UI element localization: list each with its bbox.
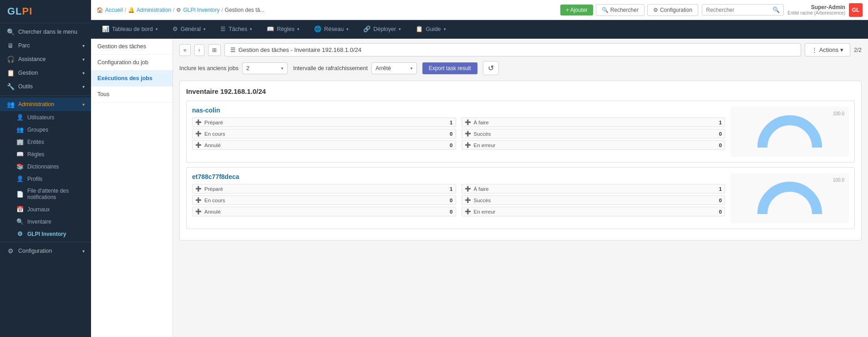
- tab-label: Tableau de bord: [112, 26, 153, 32]
- chevron-down-icon: ▾: [82, 71, 85, 76]
- sidebar-sub-label: File d'attente des notifications: [27, 188, 85, 200]
- plus-icon: ➕: [195, 142, 202, 148]
- guide-icon: 📋: [416, 26, 423, 32]
- search-input[interactable]: [706, 7, 771, 13]
- stat-label: À faire: [474, 120, 717, 125]
- config-icon: ⚙: [6, 247, 15, 255]
- stat-value: 0: [719, 131, 722, 137]
- actions-button[interactable]: ⋮ Actions ▾: [805, 43, 851, 56]
- tab-guide[interactable]: 📋 Guide ▾: [408, 20, 453, 39]
- tab-taches[interactable]: ☰ Tâches ▾: [213, 20, 259, 39]
- breadcrumb-administration[interactable]: Administration: [137, 7, 171, 13]
- tab-label: Général: [181, 26, 201, 32]
- interval-select[interactable]: Arrêté 5s 10s 30s 1m: [371, 62, 417, 74]
- tab-label: Guide: [426, 26, 441, 32]
- stat-erreur: ➕ En erreur 0: [462, 207, 726, 216]
- sidebar-item-parc[interactable]: 🖥 Parc ▾: [0, 39, 91, 52]
- breadcrumb-accueil[interactable]: Accueil: [105, 7, 123, 13]
- inventory-section: Inventaire 192.168.1.0/24 nas-colin ➕ Pr…: [179, 81, 862, 240]
- sidebar-item-configuration[interactable]: ⚙ Configuration ▾: [0, 244, 91, 258]
- sidebar-item-assistance[interactable]: 🎧 Assistance ▾: [0, 52, 91, 66]
- sub-sidebar-gestion-taches[interactable]: Gestion des tâches: [91, 39, 173, 55]
- stat-label: Préparé: [204, 120, 448, 125]
- topbar: 🏠 Accueil / 🔔 Administration / ⚙ GLPI In…: [91, 0, 868, 20]
- sidebar-sub-groupes[interactable]: 👥 Groupes: [0, 123, 91, 136]
- sub-sidebar-configuration-job[interactable]: Configuration du job: [91, 55, 173, 71]
- sidebar-item-chercher[interactable]: 🔍 Chercher dans le menu: [0, 25, 91, 39]
- sidebar-sub-entites[interactable]: 🏢 Entités: [0, 136, 91, 148]
- tab-deployer[interactable]: 🔗 Déployer ▾: [356, 20, 408, 39]
- sidebar-item-gestion[interactable]: 📋 Gestion ▾: [0, 66, 91, 80]
- user-avatar[interactable]: GL: [849, 3, 863, 17]
- include-select[interactable]: 2 1 3 5 10: [242, 62, 288, 74]
- breadcrumb-glpi-inventory[interactable]: GLPI Inventory: [183, 7, 219, 13]
- tab-tableau-de-bord[interactable]: 📊 Tableau de bord ▾: [95, 20, 165, 39]
- plus-icon: ➕: [465, 186, 471, 192]
- donut-chart: [753, 178, 826, 219]
- rechercher-button[interactable]: 🔍 Rechercher: [596, 4, 645, 16]
- sub-sidebar-tous[interactable]: Tous: [91, 87, 173, 102]
- tab-general[interactable]: ⚙ Général ▾: [165, 20, 213, 39]
- stat-annule: ➕ Annulé 0: [192, 207, 456, 216]
- actions-label: Actions: [819, 46, 839, 53]
- toolbar-title-text: Gestion des tâches - Inventaire 192.168.…: [239, 46, 361, 53]
- sidebar-sub-inventaire[interactable]: 🔍 Inventaire: [0, 215, 91, 228]
- sidebar-sub-label: Règles: [27, 151, 44, 158]
- divider2: [0, 242, 91, 242]
- reseau-icon: 🌐: [314, 26, 321, 32]
- sidebar-sub-dictionnaires[interactable]: 📚 Dictionnaires: [0, 160, 91, 173]
- stat-value: 1: [719, 120, 722, 125]
- chevron-down-icon: ▾: [82, 102, 85, 107]
- sidebar-sub-file-attente[interactable]: 📄 File d'attente des notifications: [0, 185, 91, 203]
- device-name[interactable]: et788c77f8deca: [192, 173, 725, 180]
- nav-back-double[interactable]: «: [179, 44, 191, 56]
- pagination: 2/2: [854, 47, 862, 53]
- sub-sidebar-executions-jobs[interactable]: Exécutions des jobs: [91, 71, 173, 87]
- chevron-down-icon: ▾: [840, 46, 843, 53]
- entite-icon: 🏢: [16, 138, 24, 145]
- include-jobs-group: Inclure les anciens jobs 2 1 3 5 10: [179, 62, 288, 74]
- file-icon: 📄: [16, 191, 24, 198]
- add-button[interactable]: + Ajouter: [560, 5, 593, 15]
- sidebar-sub-profils[interactable]: 👤 Profils: [0, 173, 91, 185]
- sidebar-item-administration[interactable]: 👥 Administration ▾: [0, 97, 91, 111]
- sidebar-sub-utilisateurs[interactable]: 👤 Utilisateurs: [0, 111, 91, 123]
- nav-grid[interactable]: ⊞: [208, 44, 221, 56]
- plus-icon: ➕: [465, 119, 471, 125]
- export-button[interactable]: Export task result: [422, 62, 477, 74]
- device-name[interactable]: nas-colin: [192, 107, 725, 114]
- interval-group: Intervalle de rafraîchissement Arrêté 5s…: [293, 62, 417, 74]
- admin-icon: 👥: [6, 101, 15, 108]
- rechercher-label: Rechercher: [610, 7, 639, 13]
- breadcrumb-sep: /: [125, 7, 126, 13]
- stat-label: Succès: [474, 131, 717, 137]
- sidebar-sub-regles[interactable]: 📖 Règles: [0, 148, 91, 160]
- sidebar-sub-journaux[interactable]: 📅 Journaux: [0, 203, 91, 215]
- sidebar-item-outils[interactable]: 🔧 Outils ▾: [0, 80, 91, 93]
- topbar-actions: + Ajouter 🔍 Rechercher ⚙ Configuration: [560, 4, 698, 16]
- chevron-down-icon: ▾: [82, 249, 85, 254]
- stat-label: Préparé: [204, 186, 448, 192]
- inventory-title: Inventaire 192.168.1.0/24: [186, 87, 855, 95]
- stat-value: 1: [450, 186, 452, 192]
- sidebar-sub-glpi-inventory[interactable]: ⚙ GLPI Inventory: [0, 228, 91, 240]
- configuration-button[interactable]: ⚙ Configuration: [647, 4, 698, 16]
- sidebar-sub-label: Profils: [27, 176, 42, 182]
- include-select-wrapper: 2 1 3 5 10: [242, 62, 288, 74]
- refresh-button[interactable]: ↺: [483, 61, 499, 75]
- nav-back[interactable]: ‹: [194, 44, 204, 56]
- tab-reseau[interactable]: 🌐 Réseau ▾: [307, 20, 356, 39]
- tab-regles[interactable]: 📖 Règles ▾: [259, 20, 307, 39]
- list-icon: ☰: [230, 46, 236, 53]
- stat-label: En cours: [204, 198, 448, 203]
- config-icon: ⚙: [653, 7, 658, 13]
- outils-icon: 🔧: [6, 83, 15, 90]
- breadcrumb-admin-icon: 🔔: [128, 7, 135, 13]
- chevron-down-icon: ▾: [82, 84, 85, 89]
- sidebar-sub-label: Journaux: [27, 206, 50, 213]
- tab-label: Réseau: [324, 26, 344, 32]
- stat-value: 0: [450, 198, 452, 203]
- chart-label: 100.0: [833, 111, 844, 116]
- sidebar-item-label: Gestion: [18, 70, 38, 76]
- nav-tabs-bar: 📊 Tableau de bord ▾ ⚙ Général ▾ ☰ Tâches…: [91, 20, 868, 39]
